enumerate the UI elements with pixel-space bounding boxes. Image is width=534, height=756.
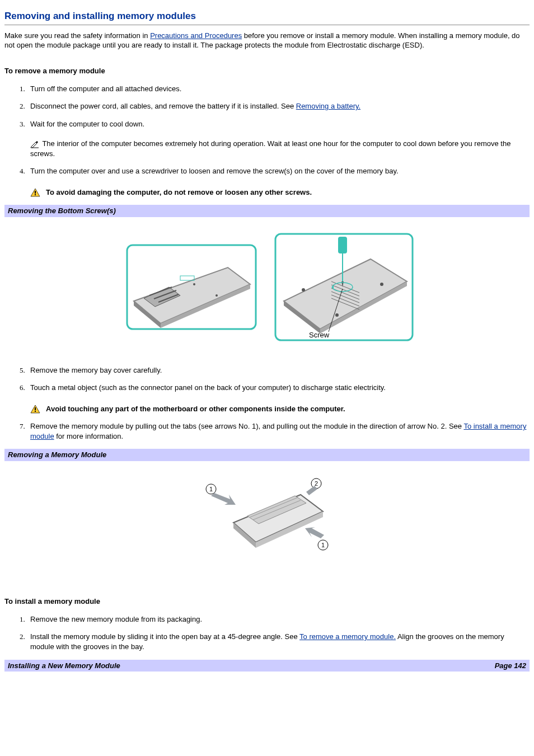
svg-marker-49	[211, 493, 236, 505]
remove-steps-list-cont: Remove the memory bay cover carefully. T…	[4, 365, 530, 442]
list-item: Disconnect the power cord, all cables, a…	[27, 101, 530, 111]
cooling-note: The interior of the computer becomes ext…	[30, 139, 530, 158]
step7-text-a: Remove the memory module by pulling out …	[30, 422, 463, 430]
motherboard-warning: Avoid touching any part of the motherboa…	[30, 404, 530, 414]
figure1-image: Screw	[4, 217, 530, 365]
warning-triangle-icon	[30, 405, 40, 414]
motherboard-warning-text: Avoid touching any part of the motherboa…	[46, 405, 345, 413]
screws-warning-text: To avoid damaging the computer, do not r…	[46, 188, 312, 196]
step7-text-b: for more information.	[54, 432, 124, 440]
note-pencil-icon	[30, 140, 40, 148]
list-item: Touch a metal object (such as the connec…	[27, 383, 530, 414]
removing-battery-link[interactable]: Removing a battery.	[296, 102, 360, 110]
install-step2-a: Install the memory module by sliding it …	[30, 632, 299, 641]
list-item: Remove the memory module by pulling out …	[27, 421, 530, 441]
svg-marker-50	[306, 486, 317, 495]
remove-heading: To remove a memory module	[4, 66, 530, 76]
list-item: Install the memory module by sliding it …	[27, 632, 530, 651]
svg-rect-29	[338, 237, 347, 253]
svg-rect-36	[35, 411, 36, 412]
remove-steps-list: Turn off the computer and all attached d…	[4, 84, 530, 198]
step3-text: Wait for the computer to cool down.	[30, 120, 144, 128]
svg-marker-51	[305, 527, 324, 538]
svg-text:1: 1	[209, 486, 213, 492]
page-footer: Installing a New Memory Module Page 142	[4, 660, 530, 672]
list-item: Wait for the computer to cool down. The …	[27, 119, 530, 159]
svg-point-13	[216, 294, 218, 297]
install-steps-list: Remove the new memory module from its pa…	[4, 614, 530, 652]
svg-point-25	[302, 288, 305, 292]
svg-point-26	[380, 283, 383, 286]
figure1-caption: Removing the Bottom Screw(s)	[4, 205, 530, 217]
list-item: Turn off the computer and all attached d…	[27, 84, 530, 94]
svg-text:2: 2	[315, 480, 318, 487]
figure2-caption: Removing a Memory Module	[4, 449, 530, 461]
footer-right: Page 142	[495, 661, 526, 671]
svg-text:1: 1	[321, 542, 325, 548]
screws-warning: To avoid damaging the computer, do not r…	[30, 187, 530, 198]
precautions-link[interactable]: Precautions and Procedures	[150, 31, 242, 40]
svg-rect-35	[35, 407, 36, 410]
screw-label: Screw	[309, 331, 330, 339]
svg-rect-3	[35, 194, 36, 195]
page-title: Removing and installing memory modules	[4, 10, 530, 25]
figure2-image: 1 2 1	[4, 461, 530, 581]
intro-part1: Make sure you read the safety informatio…	[4, 31, 150, 40]
install-heading: To install a memory module	[4, 597, 530, 607]
list-item: Remove the new memory module from its pa…	[27, 614, 530, 624]
warning-triangle-icon	[30, 188, 40, 197]
svg-point-12	[193, 283, 195, 285]
list-item: Turn the computer over and use a screwdr…	[27, 166, 530, 197]
step2-text: Disconnect the power cord, all cables, a…	[30, 102, 296, 110]
remove-memory-link[interactable]: To remove a memory module.	[299, 632, 396, 641]
step4-text: Turn the computer over and use a screwdr…	[30, 167, 399, 175]
svg-point-27	[335, 313, 339, 317]
list-item: Remove the memory bay cover carefully.	[27, 365, 530, 375]
step6-text: Touch a metal object (such as the connec…	[30, 383, 386, 392]
svg-rect-2	[35, 191, 36, 194]
cooling-note-text: The interior of the computer becomes ext…	[30, 139, 510, 158]
intro-paragraph: Make sure you read the safety informatio…	[4, 31, 530, 50]
footer-left: Installing a New Memory Module	[8, 661, 120, 671]
